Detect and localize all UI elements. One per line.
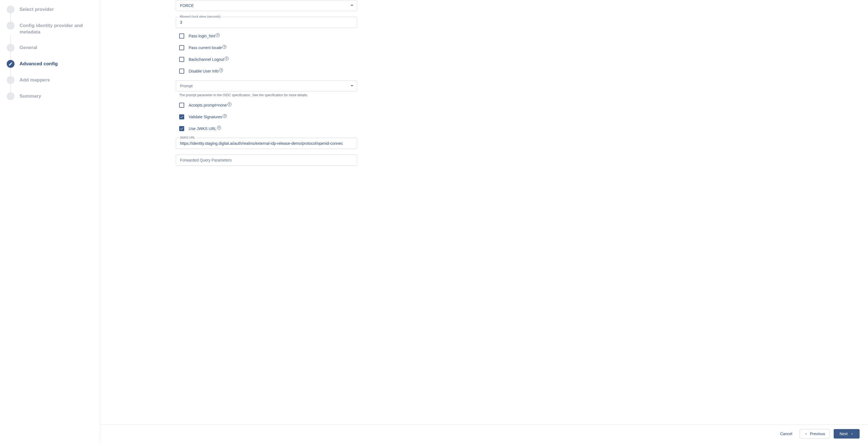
step-dot-icon (7, 6, 14, 13)
step-label: Summary (20, 92, 41, 100)
next-button[interactable]: Next (834, 429, 860, 439)
cancel-button[interactable]: Cancel (777, 429, 796, 438)
prompt-select-placeholder: Prompt (180, 84, 193, 88)
step-label: Select provider (20, 6, 54, 13)
step-config-idp-metadata[interactable]: Config identity provider and metadata (7, 22, 95, 35)
use-jwks-url-label: Use JWKS URL ? (189, 126, 221, 131)
help-icon[interactable]: ? (227, 102, 231, 106)
help-icon[interactable]: ? (219, 68, 223, 72)
validate-signatures-row: Validate Signatures ? (179, 115, 357, 119)
help-icon[interactable]: ? (225, 57, 228, 61)
step-dot-icon (7, 44, 14, 52)
prompt-helper-text: The prompt parameter in the OIDC specifi… (179, 93, 357, 97)
pass-current-locale-checkbox[interactable] (179, 45, 184, 50)
step-dot-icon (7, 22, 14, 30)
chevron-right-icon (850, 432, 854, 436)
wizard-sidebar: Select provider Config identity provider… (0, 0, 100, 443)
help-icon[interactable]: ? (223, 114, 227, 118)
pass-login-hint-row: Pass login_hint ? (179, 33, 357, 38)
step-label: Advanced config (20, 60, 58, 67)
jwks-url-field: JWKS URL (176, 138, 357, 149)
accepts-prompt-none-label: Accepts prompt=none ? (189, 103, 231, 107)
prompt-select[interactable]: Prompt (176, 80, 357, 92)
edit-icon (7, 60, 14, 68)
step-label: Config identity provider and metadata (20, 22, 95, 35)
accepts-prompt-none-row: Accepts prompt=none ? (179, 103, 357, 108)
previous-button[interactable]: Previous (800, 429, 830, 439)
force-select[interactable]: FORCE (176, 0, 357, 11)
clock-skew-input[interactable] (176, 17, 357, 28)
clock-skew-field: Allowed clock skew (seconds) (176, 17, 357, 28)
use-jwks-url-row: Use JWKS URL ? (179, 126, 357, 131)
help-icon[interactable]: ? (217, 126, 221, 130)
step-dot-icon (7, 76, 14, 84)
step-label: General (20, 44, 37, 51)
jwks-url-input[interactable] (176, 138, 357, 149)
step-general[interactable]: General (7, 44, 95, 52)
clock-skew-label: Allowed clock skew (seconds) (179, 15, 222, 18)
validate-signatures-checkbox[interactable] (179, 115, 184, 119)
backchannel-logout-row: Backchannel Logout ? (179, 57, 357, 62)
forwarded-query-field (176, 155, 357, 166)
pass-current-locale-label: Pass current locale ? (189, 45, 226, 50)
disable-user-info-checkbox[interactable] (179, 69, 184, 74)
help-icon[interactable]: ? (216, 33, 220, 37)
step-select-provider[interactable]: Select provider (7, 6, 95, 13)
step-label: Add mappers (20, 76, 50, 84)
backchannel-logout-label: Backchannel Logout ? (189, 57, 228, 62)
wizard-footer: Cancel Previous Next (100, 424, 868, 443)
main-content: FORCE Allowed clock skew (seconds) Pass … (100, 0, 868, 443)
force-select-value: FORCE (180, 3, 194, 8)
backchannel-logout-checkbox[interactable] (179, 57, 184, 62)
jwks-url-label: JWKS URL (179, 136, 196, 139)
step-summary[interactable]: Summary (7, 92, 95, 100)
pass-current-locale-row: Pass current locale ? (179, 45, 357, 50)
pass-login-hint-checkbox[interactable] (179, 33, 184, 38)
use-jwks-url-checkbox[interactable] (179, 126, 184, 131)
accepts-prompt-none-checkbox[interactable] (179, 103, 184, 108)
disable-user-info-row: Disable User Info ? (179, 69, 357, 74)
help-icon[interactable]: ? (222, 45, 226, 49)
pass-login-hint-label: Pass login_hint ? (189, 34, 220, 38)
step-dot-icon (7, 92, 14, 100)
disable-user-info-label: Disable User Info ? (189, 69, 223, 73)
forwarded-query-input[interactable] (176, 155, 357, 166)
step-advanced-config[interactable]: Advanced config (7, 60, 95, 68)
step-add-mappers[interactable]: Add mappers (7, 76, 95, 84)
validate-signatures-label: Validate Signatures ? (189, 115, 227, 119)
chevron-left-icon (804, 432, 808, 436)
